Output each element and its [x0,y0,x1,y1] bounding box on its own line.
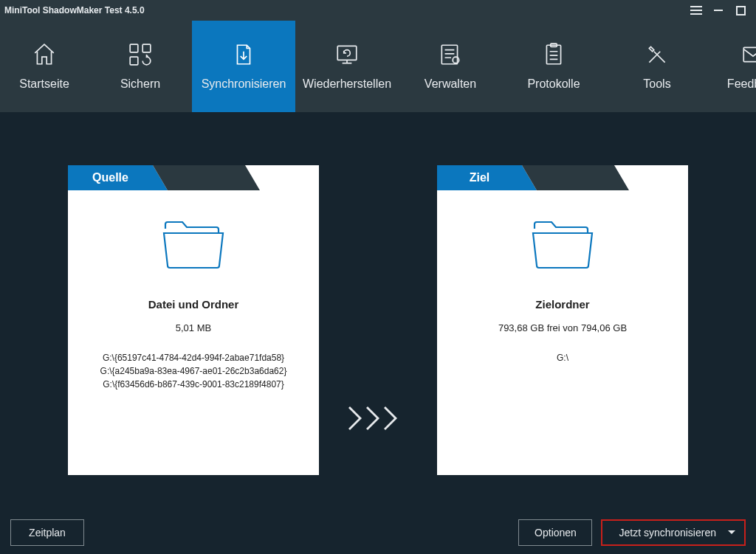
chevron-down-icon [728,529,735,536]
nav-label: Sichern [120,77,160,91]
svg-rect-7 [546,45,560,64]
nav-feedback[interactable]: Feedback [709,21,756,112]
folder-icon [161,218,226,271]
nav-label: Protokolle [527,77,580,91]
source-tab-label: Quelle [68,165,153,190]
svg-rect-5 [441,45,457,64]
nav-label: Startseite [19,77,69,91]
options-button[interactable]: Optionen [518,519,592,546]
tools-icon [645,42,670,67]
schedule-label: Zeitplan [29,527,66,539]
destination-path: G:\ [557,351,568,364]
main-content: Quelle Datei und Ordner 5,01 MB G:\{6519… [0,112,756,554]
source-path: G:\{f63456d6-b867-439c-9001-83c2189f4807… [100,378,287,391]
source-path: G:\{65197c41-4784-42d4-994f-2abae71fda58… [100,351,287,364]
destination-panel[interactable]: Ziel Zielordner 793,68 GB frei von 794,0… [437,165,688,475]
nav-label: Verwalten [425,77,476,91]
maximize-button[interactable] [729,0,752,21]
sync-direction-arrows [348,405,408,432]
nav-label: Tools [643,77,670,91]
sync-now-button[interactable]: Jetzt synchronisieren [601,519,746,546]
svg-rect-1 [130,44,138,52]
sync-icon [231,42,256,67]
source-size: 5,01 MB [176,322,211,333]
source-path: G:\{a245ba9a-83ea-4967-ae01-26c2b3a6da62… [100,364,287,378]
nav-wiederherstellen[interactable]: Wiederherstellen [295,21,399,112]
backup-icon [128,42,153,67]
sync-now-label: Jetzt synchronisieren [619,527,716,539]
main-nav: Startseite Sichern Synchronisieren Wiede… [0,21,756,112]
destination-paths: G:\ [557,351,568,364]
source-tab: Quelle [68,165,319,190]
svg-rect-3 [130,57,138,65]
destination-tab-label: Ziel [437,165,522,190]
app-title: MiniTool ShadowMaker Test 4.5.0 [4,5,145,15]
svg-rect-0 [737,7,745,15]
options-label: Optionen [535,527,577,539]
nav-verwalten[interactable]: Verwalten [399,21,502,112]
source-panel[interactable]: Quelle Datei und Ordner 5,01 MB G:\{6519… [68,165,319,475]
home-icon [32,42,57,67]
nav-label: Feedback [727,77,756,91]
nav-label: Synchronisieren [202,77,286,91]
footer: Zeitplan Optionen Jetzt synchronisieren [0,511,756,554]
destination-tab: Ziel [437,165,688,190]
nav-sichern[interactable]: Sichern [89,21,192,112]
logs-icon [541,42,566,67]
source-title: Datei und Ordner [148,298,239,311]
manage-icon [438,42,463,67]
destination-title: Zielordner [535,298,589,311]
minimize-button[interactable] [707,0,729,21]
feedback-icon [740,42,756,67]
schedule-button[interactable]: Zeitplan [10,519,84,546]
nav-label: Wiederherstellen [303,77,391,91]
svg-rect-4 [337,46,357,60]
folder-icon [530,218,595,271]
destination-free-space: 793,68 GB frei von 794,06 GB [498,322,627,333]
nav-synchronisieren[interactable]: Synchronisieren [192,21,295,112]
chevrons-right-icon [348,405,408,432]
nav-tools[interactable]: Tools [605,21,709,112]
source-paths: G:\{65197c41-4784-42d4-994f-2abae71fda58… [100,351,287,391]
svg-rect-2 [142,44,151,52]
nav-startseite[interactable]: Startseite [0,21,89,112]
nav-protokolle[interactable]: Protokolle [502,21,605,112]
titlebar: MiniTool ShadowMaker Test 4.5.0 [0,0,756,21]
menu-icon[interactable] [685,0,707,21]
restore-icon [334,42,360,67]
